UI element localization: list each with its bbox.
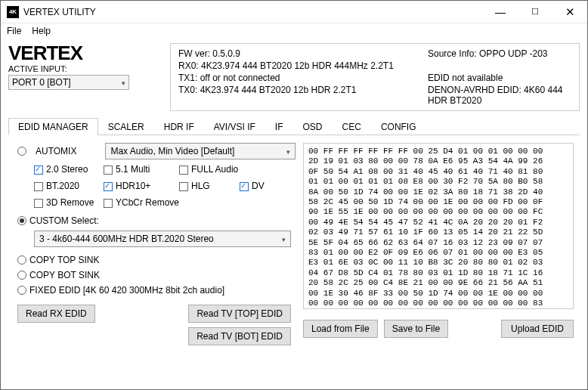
titlebar: 4K VERTEX UTILITY — ☐ ✕ [1, 1, 587, 23]
copy-bot-label: COPY BOT SINK [29, 270, 100, 280]
active-input-label: ACTIVE INPUT: [8, 64, 162, 73]
tab-cec[interactable]: CEC [333, 118, 371, 135]
fixed-edid-radio[interactable] [17, 286, 26, 295]
edid-na: EDID not available [428, 73, 571, 83]
tab-edid-manager[interactable]: EDID MANAGER [8, 118, 98, 135]
custom-combo-value: 3 - 4k60-444 600MHz HDR BT.2020 Stereo [39, 234, 214, 244]
port-select[interactable]: PORT 0 [BOT] [8, 75, 129, 90]
chk-hlg[interactable]: HLG [179, 181, 240, 191]
brand-panel: VERTEX ACTIVE INPUT: PORT 0 [BOT] [8, 43, 162, 111]
chk-full[interactable]: FULL Audio [179, 164, 240, 175]
tab-bar: EDID MANAGER SCALER HDR IF AVI/VSI IF IF… [8, 117, 580, 135]
rx0-info: RX0: 4K23.974 444 BT2020 12b HDR 444MHz … [178, 60, 428, 71]
edid-manager-panel: AUTOMIX Max Audio, Min Video [Default] 2… [8, 143, 296, 345]
fixed-edid-row[interactable]: FIXED EDID [4K 60 420 300MHz 8bit 2ch au… [17, 285, 296, 296]
read-tv-bot-edid-button[interactable]: Read TV [BOT] EDID [188, 327, 291, 345]
copy-top-row[interactable]: COPY TOP SINK [17, 255, 296, 265]
source-info: Source Info: OPPO UDP -203 [428, 48, 571, 59]
chk-bt2020[interactable]: BT.2020 [34, 181, 104, 191]
chevron-down-icon [122, 77, 125, 88]
automix-label: AUTOMIX [36, 146, 76, 156]
menu-file[interactable]: File [7, 26, 21, 36]
copy-bot-radio[interactable] [17, 271, 26, 280]
chk-hdr10[interactable]: HDR10+ [104, 181, 179, 191]
app-icon: 4K [7, 6, 19, 18]
copy-top-label: COPY TOP SINK [29, 255, 99, 265]
tx0-info: TX0: 4K23.974 444 BT2020 12b HDR 2.2T1 [178, 85, 428, 106]
chevron-down-icon [286, 146, 290, 156]
chk-3d-remove[interactable]: 3D Remove [34, 197, 104, 208]
tab-if[interactable]: IF [265, 118, 293, 135]
custom-select-label: CUSTOM Select: [29, 215, 99, 226]
custom-select-row[interactable]: CUSTOM Select: [17, 215, 296, 226]
chk-ycbcr-remove[interactable]: YCbCr Remove [104, 197, 240, 208]
read-rx-edid-button[interactable]: Read RX EDID [17, 305, 95, 323]
copy-top-radio[interactable] [17, 255, 26, 265]
fixed-edid-label: FIXED EDID [4K 60 420 300MHz 8bit 2ch au… [29, 285, 224, 296]
brand-logo: VERTEX [8, 43, 162, 63]
info-panel: FW ver: 0.5.0.9 Source Info: OPPO UDP -2… [170, 43, 580, 111]
tab-scaler[interactable]: SCALER [98, 118, 154, 135]
close-button[interactable]: ✕ [552, 1, 587, 23]
chk-dv[interactable]: DV [240, 181, 285, 191]
tab-osd[interactable]: OSD [293, 118, 333, 135]
menubar: File Help [1, 23, 587, 39]
copy-bot-row[interactable]: COPY BOT SINK [17, 270, 296, 280]
read-tv-top-edid-button[interactable]: Read TV [TOP] EDID [188, 305, 291, 323]
chk-stereo[interactable]: 2.0 Stereo [34, 164, 104, 175]
load-from-file-button[interactable]: Load from File [303, 320, 378, 338]
tab-config[interactable]: CONFIG [371, 118, 426, 135]
chk-multi[interactable]: 5.1 Multi [104, 164, 179, 175]
tab-hdr-if[interactable]: HDR IF [154, 118, 204, 135]
tx1-info: TX1: off or not connected [178, 73, 428, 83]
menu-help[interactable]: Help [32, 26, 51, 36]
minimize-button[interactable]: — [483, 1, 518, 23]
tab-avi-vsi-if[interactable]: AVI/VSI IF [204, 118, 265, 135]
automix-combo-value: Max Audio, Min Video [Default] [110, 146, 234, 156]
automix-radio[interactable] [17, 147, 26, 156]
save-to-file-button[interactable]: Save to File [384, 320, 448, 338]
automix-combo[interactable]: Max Audio, Min Video [Default] [105, 143, 296, 159]
denon-info: DENON-AVRHD EDID: 4K60 444 HDR BT2020 [428, 85, 571, 106]
port-select-value: PORT 0 [BOT] [12, 77, 71, 88]
custom-select-radio[interactable] [17, 216, 26, 225]
chevron-down-icon [282, 234, 286, 244]
fw-ver: FW ver: 0.5.0.9 [178, 48, 428, 59]
maximize-button[interactable]: ☐ [518, 1, 552, 23]
edid-hex-view: 00 FF FF FF FF FF FF 00 25 D4 01 00 01 0… [303, 143, 574, 309]
custom-combo[interactable]: 3 - 4k60-444 600MHz HDR BT.2020 Stereo [34, 231, 291, 247]
upload-edid-button[interactable]: Upload EDID [501, 320, 574, 338]
window-title: VERTEX UTILITY [23, 7, 483, 17]
